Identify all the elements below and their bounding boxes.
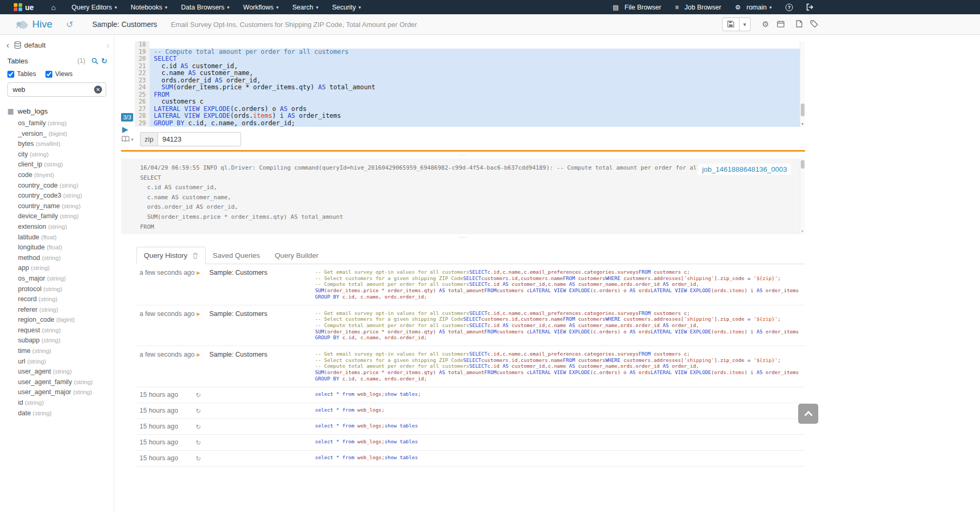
resize-handle-top[interactable]: ··· <box>121 153 805 157</box>
column-item[interactable]: time (string) <box>0 346 114 357</box>
column-item[interactable]: _version_ (bigint) <box>0 129 114 139</box>
help-button[interactable]: ? <box>779 1 800 14</box>
column-item[interactable]: region_code (bigint) <box>0 315 114 325</box>
sign-out-button[interactable] <box>800 1 824 13</box>
editor-line[interactable]: 28LATERAL VIEW EXPLODE(ords.items) i AS … <box>135 113 805 120</box>
column-item[interactable]: user_agent_major (string) <box>0 387 114 398</box>
scroll-to-top-button[interactable] <box>798 404 818 424</box>
column-item[interactable]: extension (string) <box>0 222 114 232</box>
scrollbar-down-icon[interactable]: ▾ <box>800 229 805 234</box>
tab-saved-queries[interactable]: Saved Queries <box>206 247 267 264</box>
menu-query-editors[interactable]: Query Editors▾ <box>64 1 124 14</box>
column-item[interactable]: country_code (string) <box>0 181 114 191</box>
settings-button[interactable]: ⚙ <box>762 20 769 29</box>
collapse-assist-icon[interactable]: ‹ <box>107 42 109 49</box>
menu-search[interactable]: Search▾ <box>285 1 325 14</box>
menu-notebooks[interactable]: Notebooks▾ <box>124 1 174 14</box>
column-item[interactable]: longitude (float) <box>0 243 114 253</box>
column-item[interactable]: referer (string) <box>0 305 114 315</box>
column-item[interactable]: city (string) <box>0 150 114 160</box>
column-item[interactable]: user_agent_family (string) <box>0 377 114 388</box>
resize-handle-bottom[interactable]: ··· <box>121 235 805 240</box>
execute-button[interactable]: ▶ <box>122 125 128 134</box>
query-history-icon[interactable]: ↺ <box>66 20 73 30</box>
tables-checkbox-label[interactable]: Tables <box>7 70 36 78</box>
clear-history-icon[interactable] <box>192 253 198 259</box>
tab-query-builder[interactable]: Query Builder <box>267 247 326 264</box>
hue-logo[interactable]: ue <box>0 3 42 12</box>
column-item[interactable]: code (tinyint) <box>0 170 114 181</box>
clear-search-icon[interactable]: ✕ <box>94 86 102 94</box>
editor-line[interactable]: 21 c.id AS customer_id, <box>135 63 805 70</box>
tables-checkbox[interactable] <box>7 71 14 78</box>
scrollbar-down-icon[interactable]: ▾ <box>800 122 805 127</box>
log-panel[interactable]: job_1461888648136_0003 16/04/29 06:59:55… <box>121 159 805 234</box>
home-button[interactable]: ⌂ <box>42 3 64 12</box>
column-item[interactable]: client_ip (string) <box>0 160 114 170</box>
editor-line[interactable]: 19-- Compute total amount per order for … <box>135 49 805 56</box>
history-row[interactable]: 15 hours ago↻select * from web_logs; <box>136 403 805 419</box>
history-row[interactable]: 15 hours ago↻select * from web_logs;show… <box>136 435 805 451</box>
history-row[interactable]: a few seconds ago►Sample: Customers-- Ge… <box>136 264 805 305</box>
refresh-icon[interactable]: ↻ <box>101 57 107 65</box>
editor-line[interactable]: 20SELECT <box>135 55 805 63</box>
column-item[interactable]: device_family (string) <box>0 211 114 222</box>
editor-line[interactable]: 18 <box>135 41 805 49</box>
editor-line[interactable]: 25FROM <box>135 91 805 99</box>
schedule-button[interactable] <box>777 20 784 29</box>
column-item[interactable]: os_major (string) <box>0 274 114 284</box>
menu-security[interactable]: Security▾ <box>325 1 368 14</box>
file-browser-link[interactable]: ▤File Browser <box>606 1 668 14</box>
history-query-name[interactable]: Sample: Customers <box>209 310 315 318</box>
editor-scrollbar[interactable]: ▾ <box>800 41 805 127</box>
table-item[interactable]: ▦ web_logs <box>0 100 114 117</box>
romain-link[interactable]: ⚙romain▾ <box>728 1 779 14</box>
editor-line[interactable]: 22 c.name AS customer_name, <box>135 70 805 77</box>
history-query-name[interactable]: Sample: Customers <box>209 269 315 276</box>
docs-toggle[interactable]: ▾ <box>122 135 134 144</box>
menu-workflows[interactable]: Workflows▾ <box>236 1 285 14</box>
column-item[interactable]: country_name (string) <box>0 201 114 212</box>
tab-query-history[interactable]: Query History <box>136 247 206 264</box>
column-item[interactable]: protocol (string) <box>0 284 114 295</box>
app-name[interactable]: Hive <box>32 18 52 30</box>
editor-line[interactable]: 24 SUM(order_items.price * order_items.q… <box>135 84 805 91</box>
database-name[interactable]: default <box>24 41 46 49</box>
column-item[interactable]: subapp (string) <box>0 336 114 346</box>
column-item[interactable]: country_code3 (string) <box>0 191 114 201</box>
editor-line[interactable]: 26 customers c <box>135 98 805 106</box>
history-row[interactable]: a few seconds ago►Sample: Customers-- Ge… <box>136 346 805 387</box>
column-item[interactable]: app (string) <box>0 263 114 274</box>
column-item[interactable]: bytes (smallint) <box>0 139 114 150</box>
search-icon[interactable] <box>91 58 98 64</box>
save-options-button[interactable]: ▾ <box>739 17 751 31</box>
back-icon[interactable]: ‹ <box>6 42 10 49</box>
column-item[interactable]: id (string) <box>0 398 114 408</box>
column-item[interactable]: method (string) <box>0 253 114 264</box>
views-checkbox[interactable] <box>45 71 52 78</box>
code-editor[interactable]: 1819-- Compute total amount per order fo… <box>135 41 805 127</box>
statement-counter[interactable]: 3/3 <box>121 113 133 122</box>
log-scrollbar[interactable]: ▾ <box>800 159 805 234</box>
column-item[interactable]: os_family (string) <box>0 118 114 129</box>
job-link[interactable]: job_1461888648136_0003 <box>698 164 791 175</box>
table-search-input[interactable] <box>7 82 106 97</box>
history-query-name[interactable]: Sample: Customers <box>209 351 315 358</box>
history-row[interactable]: 15 hours ago↻select * from web_logs;show… <box>136 387 805 403</box>
job-browser-link[interactable]: ≡Job Browser <box>668 1 728 14</box>
history-row[interactable]: a few seconds ago►Sample: Customers-- Ge… <box>136 305 805 347</box>
history-row[interactable]: 15 hours ago↻select * from web_logs;show… <box>136 419 805 435</box>
editor-line[interactable]: 29GROUP BY c.id, c.name, ords.order_id; <box>135 120 805 127</box>
history-row[interactable]: 15 hours ago↻select * from web_logs;show… <box>136 451 805 467</box>
save-button[interactable] <box>722 17 739 31</box>
column-item[interactable]: request (string) <box>0 325 114 336</box>
column-item[interactable]: date (string) <box>0 408 114 419</box>
variable-input[interactable] <box>158 132 241 146</box>
new-document-button[interactable] <box>796 20 802 29</box>
views-checkbox-label[interactable]: Views <box>45 70 72 78</box>
column-item[interactable]: user_agent (string) <box>0 367 114 377</box>
column-item[interactable]: latitude (float) <box>0 232 114 243</box>
column-item[interactable]: record (string) <box>0 294 114 305</box>
query-title[interactable]: Sample: Customers <box>92 20 157 29</box>
editor-line[interactable]: 27LATERAL VIEW EXPLODE(c.orders) o AS or… <box>135 106 805 113</box>
